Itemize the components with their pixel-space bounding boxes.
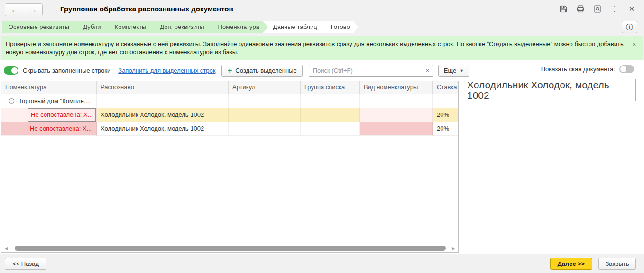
cell-kind[interactable] [360,122,433,136]
panel-divider [461,64,461,253]
print-preview-icon[interactable] [593,4,602,14]
forward-arrow-button[interactable]: → [24,4,42,16]
search-clear-icon[interactable]: × [422,65,433,76]
info-icon: ⓘ [626,23,633,32]
chevron-down-icon: ▼ [460,68,464,73]
step-dubli[interactable]: Дубли [73,21,109,33]
nomenclature-table: Номенклатура Распознано Артикул Группа с… [1,81,459,253]
hint-banner-text: Проверьте и заполните номенклатуру и свя… [6,40,624,56]
wizard-steps: Основные реквизиты Дубли Комплекты Доп. … [2,21,359,33]
cell-kind[interactable] [360,108,433,122]
hide-filled-label: Скрывать заполненные строки [23,67,110,74]
history-nav: ← → [5,3,43,16]
cell-article[interactable] [229,122,301,136]
scroll-left-icon[interactable]: ◀ [2,246,10,251]
group-row[interactable]: − Торговый дом "Компле… [1,94,458,108]
cell-vat[interactable]: 20% [433,108,458,122]
collapse-group-icon[interactable]: − [9,98,14,104]
group-row-label: Торговый дом "Компле… [18,94,90,108]
fill-selected-link[interactable]: Заполнить для выделенных строк [118,67,215,74]
more-menu-icon[interactable]: ⋮ [610,4,619,14]
hide-filled-toggle[interactable] [4,66,18,75]
next-button[interactable]: Далее >> [550,258,592,270]
step-komplekty[interactable]: Комплекты [104,21,155,33]
col-vid-nomenklatury[interactable]: Вид номенклатуры [360,81,433,94]
step-osnovnye-rekvizity[interactable]: Основные реквизиты [2,21,78,33]
info-button[interactable]: ⓘ [622,21,637,33]
cell-list-group[interactable] [301,108,360,122]
back-button[interactable]: << Назад [5,258,46,270]
scroll-right-icon[interactable]: ▶ [450,246,457,251]
print-icon[interactable] [576,4,585,14]
focused-cell[interactable]: Не сопоставлена: Х... [28,108,96,122]
step-dop-rekvizity[interactable]: Доп. реквизиты [149,21,212,33]
cell-recognized[interactable]: Холодильник Холодок, модель 1002 [97,122,229,136]
cell-nomenclature[interactable]: Не сопоставлена: Х... [1,122,97,136]
step-dannye-tablic[interactable]: Данные таблиц [263,21,326,33]
forward-arrow-icon: → [30,6,37,14]
col-raspoznano[interactable]: Распознано [97,81,229,94]
horizontal-scrollbar[interactable]: ◀ ▶ [2,245,457,251]
create-selected-button[interactable]: + Создать выделенные [221,65,302,77]
back-arrow-icon: ← [11,6,18,14]
scrollbar-track[interactable] [10,246,450,251]
create-selected-label: Создать выделенные [235,67,296,74]
save-icon[interactable] [559,4,568,14]
window-close-icon[interactable]: ✕ [627,4,636,14]
banner-close-icon[interactable]: ✕ [632,40,636,48]
col-nomenklatura[interactable]: Номенклатура [1,81,97,94]
cell-list-group[interactable] [301,122,360,136]
toggle-knob [620,66,627,73]
content-area: Скрывать заполненные строки Заполнить дл… [0,60,644,254]
table-header-row: Номенклатура Распознано Артикул Группа с… [1,81,458,94]
plus-icon: + [227,66,232,75]
footer-bar: << Назад Далее >> Закрыть [0,254,644,273]
step-nomenklatura[interactable]: Номенклатура [208,21,268,33]
col-gruppa-spiska[interactable]: Группа списка [301,81,360,94]
col-artikul[interactable]: Артикул [229,81,301,94]
back-arrow-button[interactable]: ← [5,4,24,16]
more-button-label: Еще [444,67,456,74]
recognized-text-box[interactable]: Холодильник Холодок, модель 1002 [464,79,636,101]
step-gotovo[interactable]: Готово [321,21,359,33]
cell-recognized[interactable]: Холодильник Холодок, модель 1002 [97,108,229,122]
search-box: × [309,65,433,77]
show-scan-toggle[interactable] [619,65,634,73]
title-bar: ← → Групповая обработка распознанных док… [0,0,644,19]
preview-divider [464,104,642,104]
page-title: Групповая обработка распознанных докумен… [60,5,233,13]
close-button[interactable]: Закрыть [598,258,636,270]
cell-article[interactable] [229,108,301,122]
col-stavka-nds[interactable]: Ставка Н [433,81,458,94]
search-input[interactable] [309,65,422,76]
show-scan-label: Показать скан документа: [541,66,615,73]
hint-banner: Проверьте и заполните номенклатуру и свя… [1,36,643,60]
cell-nomenclature[interactable]: Не сопоставлена: Х... [1,108,97,122]
scrollbar-thumb[interactable] [15,246,446,251]
table-row[interactable]: Не сопоставлена: Х... Холодильник Холодо… [1,122,458,136]
more-button[interactable]: Еще ▼ [438,65,469,77]
table-row[interactable]: Не сопоставлена: Х... Холодильник Холодо… [1,108,458,122]
cell-vat[interactable]: 20% [433,122,458,136]
table-toolbar: Скрывать заполненные строки Заполнить дл… [4,64,469,77]
toggle-knob [11,67,18,74]
